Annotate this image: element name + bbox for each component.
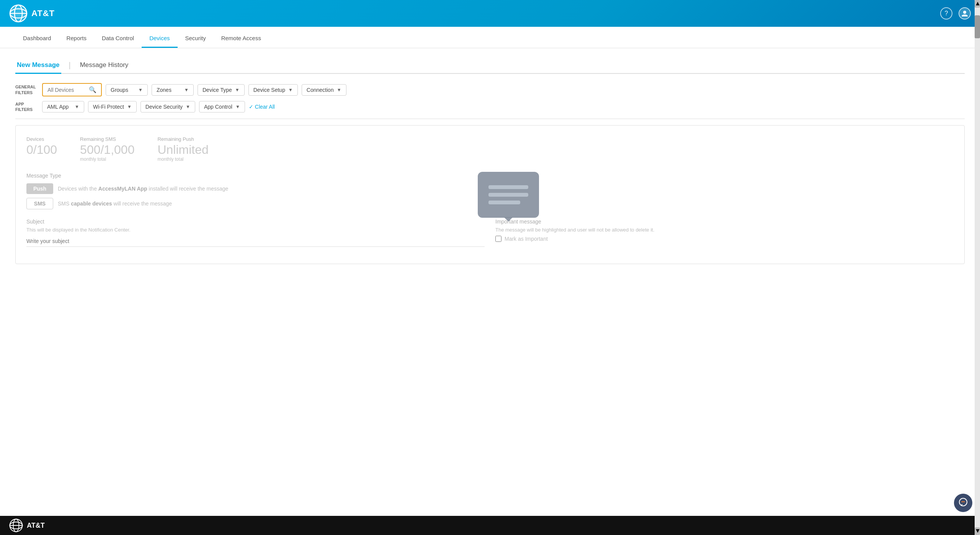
mark-important-checkbox[interactable]	[495, 236, 501, 242]
zones-dropdown[interactable]: Zones ▼	[152, 84, 194, 96]
device-setup-dropdown[interactable]: Device Setup ▼	[248, 84, 298, 96]
scrollbar[interactable]: ▲ ▼	[975, 0, 980, 535]
groups-chevron: ▼	[138, 87, 143, 93]
scroll-arrow-down[interactable]: ▼	[975, 527, 980, 535]
sms-button[interactable]: SMS	[26, 198, 53, 209]
nav-item-data-control[interactable]: Data Control	[94, 29, 142, 48]
stat-devices-value: 0/100	[26, 144, 57, 156]
stat-push-sub: monthly total	[157, 157, 208, 162]
chat-line-2	[488, 193, 528, 197]
chat-fab-icon	[958, 497, 969, 508]
chat-fab-button[interactable]	[954, 494, 972, 512]
sms-desc-post: will receive the message	[112, 201, 172, 207]
nav-item-remote-access[interactable]: Remote Access	[214, 29, 269, 48]
app-filters-row: APP FILTERS AML App ▼ Wi-Fi Protect ▼ De…	[15, 101, 965, 113]
stat-push-label: Remaining Push	[157, 136, 208, 142]
form-row: Subject This will be displayed in the No…	[26, 219, 954, 247]
tab-new-message[interactable]: New Message	[15, 57, 61, 74]
help-button[interactable]: ?	[940, 7, 952, 20]
nav-item-security[interactable]: Security	[178, 29, 214, 48]
groups-label: Groups	[111, 87, 128, 93]
svg-point-11	[962, 501, 963, 502]
connection-label: Connection	[307, 87, 334, 93]
important-desc: The message will be highlighted and user…	[495, 227, 954, 233]
stat-sms: Remaining SMS 500/1,000 monthly total	[80, 136, 134, 162]
chat-line-1	[488, 185, 528, 189]
footer: AT&T	[0, 516, 980, 535]
wifi-protect-dropdown[interactable]: Wi-Fi Protect ▼	[88, 101, 137, 113]
app-control-label: App Control	[204, 104, 232, 110]
sms-desc-pre: SMS	[58, 201, 71, 207]
clear-all-button[interactable]: ✓ Clear All	[249, 104, 275, 110]
stat-sms-value: 500/1,000	[80, 144, 134, 156]
app-filters-label: APP FILTERS	[15, 101, 38, 113]
all-devices-search[interactable]: 🔍	[42, 83, 102, 96]
chat-line-3	[488, 201, 520, 204]
app-control-chevron: ▼	[235, 104, 240, 109]
subject-input[interactable]	[26, 236, 485, 247]
device-security-dropdown[interactable]: Device Security ▼	[140, 101, 195, 113]
header: AT&T ?	[0, 0, 980, 27]
aml-app-label: AML App	[47, 104, 69, 110]
scroll-arrow-up[interactable]: ▲	[975, 0, 980, 8]
page-content: New Message | Message History GENERAL FI…	[0, 48, 980, 516]
general-filters-row: GENERAL FILTERS 🔍 Groups ▼ Zones ▼ Devic…	[15, 83, 965, 96]
device-security-chevron: ▼	[186, 104, 190, 109]
stat-devices: Devices 0/100	[26, 136, 57, 162]
device-type-label: Device Type	[203, 87, 232, 93]
push-desc-pre: Devices with the	[58, 186, 98, 192]
stat-push: Remaining Push Unlimited monthly total	[157, 136, 208, 162]
tab-divider: |	[69, 61, 71, 70]
clear-all-label: Clear All	[255, 104, 275, 110]
nav-item-reports[interactable]: Reports	[59, 29, 94, 48]
scroll-thumb[interactable]	[975, 15, 980, 38]
wifi-protect-label: Wi-Fi Protect	[93, 104, 124, 110]
chat-bubble	[478, 172, 539, 218]
main-card: Devices 0/100 Remaining SMS 500/1,000 mo…	[15, 125, 965, 264]
checkmark-icon: ✓	[249, 104, 253, 110]
device-setup-label: Device Setup	[253, 87, 285, 93]
mark-important-row: Mark as Important	[495, 236, 954, 242]
footer-brand-name: AT&T	[27, 522, 45, 530]
search-icon: 🔍	[89, 86, 96, 93]
groups-dropdown[interactable]: Groups ▼	[106, 84, 148, 96]
connection-dropdown[interactable]: Connection ▼	[302, 84, 346, 96]
logo-area: AT&T	[9, 4, 55, 23]
device-type-dropdown[interactable]: Device Type ▼	[198, 84, 245, 96]
stats-row: Devices 0/100 Remaining SMS 500/1,000 mo…	[26, 136, 954, 162]
stat-devices-label: Devices	[26, 136, 57, 142]
device-security-label: Device Security	[145, 104, 183, 110]
nav-item-devices[interactable]: Devices	[142, 29, 177, 48]
subject-field: Subject This will be displayed in the No…	[26, 219, 485, 247]
important-label: Important message	[495, 219, 954, 225]
stat-sms-label: Remaining SMS	[80, 136, 134, 142]
svg-point-12	[963, 501, 964, 502]
search-input[interactable]	[47, 87, 86, 93]
filters-section: GENERAL FILTERS 🔍 Groups ▼ Zones ▼ Devic…	[15, 83, 965, 113]
aml-app-dropdown[interactable]: AML App ▼	[42, 101, 84, 113]
footer-globe-icon	[9, 519, 23, 532]
push-button[interactable]: Push	[26, 183, 53, 194]
connection-chevron: ▼	[337, 87, 341, 93]
wifi-protect-chevron: ▼	[127, 104, 132, 109]
nav-item-dashboard[interactable]: Dashboard	[15, 29, 59, 48]
chat-bubble-overlay	[478, 172, 539, 218]
user-button[interactable]	[959, 7, 971, 20]
filter-divider	[15, 119, 965, 119]
brand-name: AT&T	[31, 8, 55, 18]
tab-message-history[interactable]: Message History	[78, 57, 130, 74]
zones-chevron: ▼	[184, 87, 189, 93]
subject-desc: This will be displayed in the Notificati…	[26, 227, 485, 233]
stat-push-value: Unlimited	[157, 144, 208, 156]
device-setup-chevron: ▼	[288, 87, 293, 93]
footer-logo: AT&T	[9, 519, 45, 532]
mark-important-label: Mark as Important	[505, 236, 548, 242]
page-tabs: New Message | Message History	[15, 57, 965, 74]
header-icons: ?	[940, 7, 971, 20]
zones-label: Zones	[157, 87, 172, 93]
app-control-dropdown[interactable]: App Control ▼	[199, 101, 245, 113]
att-globe-icon	[9, 4, 28, 23]
subject-label: Subject	[26, 219, 485, 225]
push-desc-post: installed will receive the message	[147, 186, 229, 192]
navbar: DashboardReportsData ControlDevicesSecur…	[0, 27, 980, 48]
